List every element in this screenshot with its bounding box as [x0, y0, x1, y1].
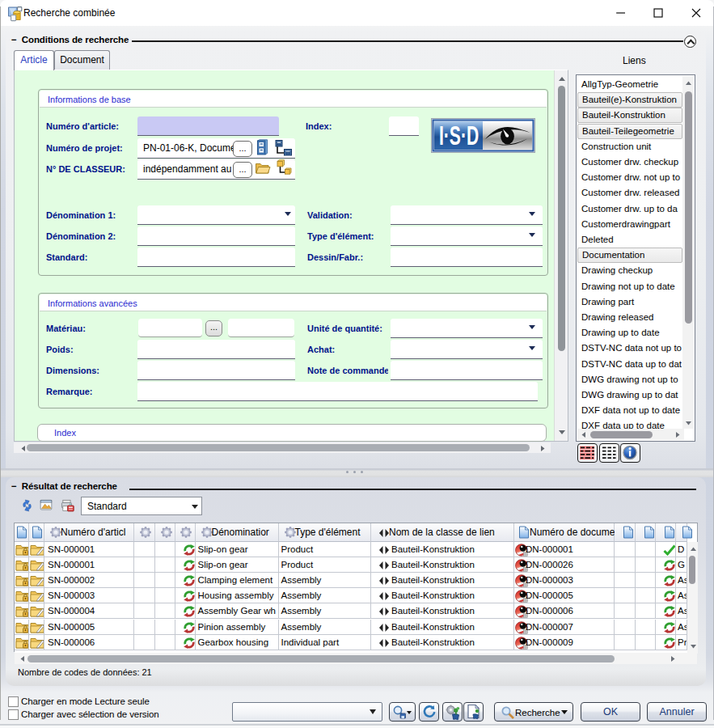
svg-text:I·S·D: I·S·D [439, 120, 479, 150]
